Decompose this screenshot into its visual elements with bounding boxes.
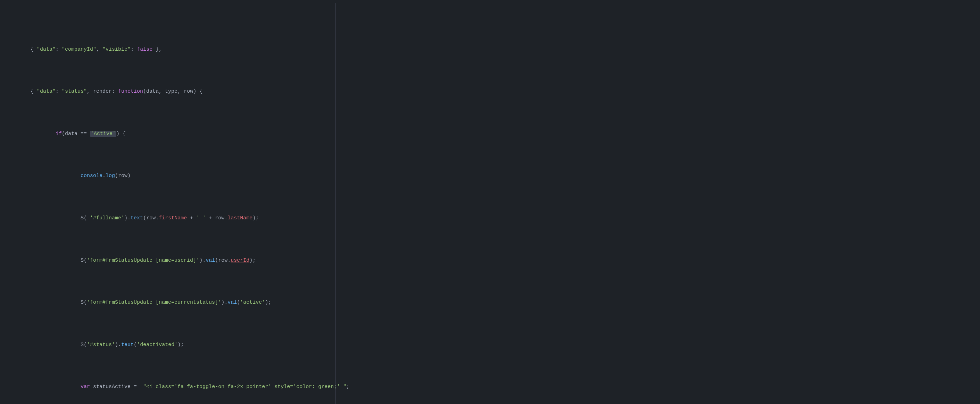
code-editor: { "data": "companyId", "visible": false … xyxy=(0,0,980,404)
str: 'form#frmStatusUpdate [name=userid]' xyxy=(87,258,199,263)
plain: statusActive = xyxy=(90,384,143,390)
punct: $( xyxy=(81,342,87,348)
code-line-4: console.log(row) xyxy=(6,163,980,172)
punct: ) { xyxy=(116,131,126,137)
punct: . xyxy=(102,173,105,179)
fn: text xyxy=(121,342,134,348)
punct: $( xyxy=(81,299,87,306)
fn: val xyxy=(228,299,237,306)
code-line-6: $('form#frmStatusUpdate [name=userid]').… xyxy=(6,247,980,256)
code-wrapper: { "data": "companyId", "visible": false … xyxy=(0,3,980,404)
plain xyxy=(30,258,81,263)
fn: val xyxy=(205,258,215,263)
code-lines: { "data": "companyId", "visible": false … xyxy=(0,3,980,404)
str: "data" xyxy=(37,89,56,94)
punct: ); xyxy=(253,215,259,221)
punct: (row) xyxy=(115,173,130,179)
punct: ). xyxy=(115,342,121,348)
vertical-divider xyxy=(336,3,336,404)
code-line-2: { "data": "status", render: function(dat… xyxy=(6,78,980,87)
punct: ( xyxy=(134,342,137,348)
punct: ). xyxy=(124,215,130,221)
plain xyxy=(30,384,81,390)
punct: }, xyxy=(153,46,162,52)
plain xyxy=(30,173,81,179)
plain xyxy=(30,299,81,306)
punct: (row. xyxy=(143,215,159,221)
code-line-9: var statusActive = "<i class='fa fa-togg… xyxy=(6,374,980,383)
code-line-8: $('#status').text('deactivated'); xyxy=(6,331,980,341)
str: 'deactivated' xyxy=(137,342,177,348)
code-line-3: if(data == 'Active') { xyxy=(6,120,980,130)
punct: (data, type, row) { xyxy=(143,89,202,94)
punct: : xyxy=(56,89,62,94)
code-line-7: $('form#frmStatusUpdate [name=currentsta… xyxy=(6,290,980,298)
punct: ); xyxy=(265,299,271,306)
punct: $( xyxy=(81,258,87,263)
str: "visible" xyxy=(102,46,130,52)
str: 'active' xyxy=(240,299,265,306)
fn: text xyxy=(130,215,143,221)
str: "data" xyxy=(37,46,56,52)
punct: + row. xyxy=(205,215,228,221)
punct: (data == xyxy=(62,131,90,137)
punct: ); xyxy=(177,342,184,348)
code-line-1: { "data": "companyId", "visible": false … xyxy=(6,36,980,45)
console: console xyxy=(81,173,102,179)
prop: lastName xyxy=(228,215,253,221)
punct: { xyxy=(30,89,37,94)
punct: : xyxy=(56,46,62,52)
plain xyxy=(30,131,56,137)
punct: $( xyxy=(81,215,90,221)
punct: , render: xyxy=(87,89,118,94)
punct: (row. xyxy=(215,258,231,263)
str: "<i class='fa fa-toggle-on fa-2x pointer… xyxy=(143,384,346,390)
punct: , xyxy=(96,46,102,52)
punct: + xyxy=(187,215,196,221)
code-line-5: $( '#fullname').text(row.firstName + ' '… xyxy=(6,205,980,214)
punct: ). xyxy=(221,299,228,306)
prop: firstName xyxy=(159,215,187,221)
active-token: 'Active' xyxy=(90,131,116,137)
kw: false xyxy=(137,46,153,52)
log: log xyxy=(105,173,115,179)
str: "status" xyxy=(62,89,87,94)
str: "companyId" xyxy=(62,46,96,52)
str: 'form#frmStatusUpdate [name=currentstatu… xyxy=(87,299,221,306)
punct: : xyxy=(130,46,137,52)
str: '#status' xyxy=(87,342,115,348)
str: ' ' xyxy=(196,215,205,221)
str: '#fullname' xyxy=(90,215,124,221)
plain xyxy=(30,215,81,221)
punct: ( xyxy=(237,299,240,306)
punct: ; xyxy=(346,384,349,390)
punct: { xyxy=(30,46,37,52)
kw: if xyxy=(56,131,62,137)
prop: userId xyxy=(231,258,249,263)
kw: function xyxy=(118,89,143,94)
punct: ); xyxy=(249,258,256,263)
kw: var xyxy=(81,384,90,390)
punct: ). xyxy=(199,258,205,263)
plain xyxy=(30,342,81,348)
